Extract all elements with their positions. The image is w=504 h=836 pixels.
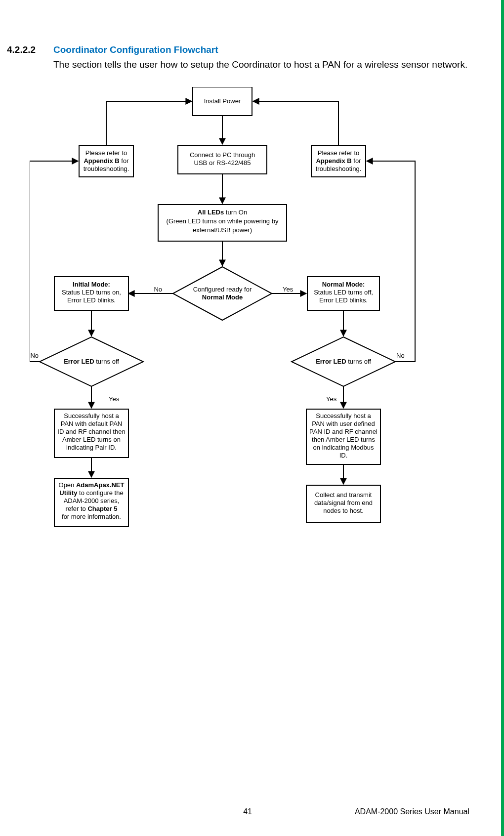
svg-text:refer to Chapter 5: refer to Chapter 5 (66, 505, 118, 512)
svg-text:All LEDs turn On: All LEDs turn On (198, 209, 247, 216)
edge-label-yes-right: Yes (326, 395, 337, 403)
text-install-power: Install Power (204, 97, 241, 105)
flowchart: Install Power Connect to PC through USB … (30, 87, 474, 623)
edge-label-no-left: No (30, 352, 39, 359)
svg-text:(Green LED turns on while powe: (Green LED turns on while powering by (167, 217, 279, 225)
svg-text:troubleshooting.: troubleshooting. (84, 165, 129, 172)
svg-text:Error LED blinks.: Error LED blinks. (319, 296, 368, 304)
svg-text:Utility to configure the: Utility to configure the (59, 489, 123, 497)
svg-text:Normal Mode: Normal Mode (202, 293, 243, 301)
edge-label-no-right: No (396, 352, 405, 359)
svg-text:Configured ready for: Configured ready for (193, 286, 252, 293)
svg-text:then Amber LED turns: then Amber LED turns (312, 436, 375, 443)
svg-text:Normal Mode:: Normal Mode: (322, 281, 365, 288)
svg-text:troubleshooting.: troubleshooting. (316, 165, 362, 172)
svg-text:Connect to PC through: Connect to PC through (190, 151, 255, 159)
svg-text:data/signal from end: data/signal from end (314, 499, 373, 506)
svg-text:Error LED turns off: Error LED turns off (64, 358, 119, 365)
svg-text:Error LED turns off: Error LED turns off (316, 358, 371, 365)
doc-title: ADAM-2000 Series User Manual (355, 807, 469, 816)
svg-text:Open AdamApax.NET: Open AdamApax.NET (59, 481, 125, 489)
page-number: 41 (0, 807, 252, 816)
section-description: The section tells the user how to setup … (53, 58, 468, 71)
section-title: Coordinator Configuration Flowchart (53, 44, 218, 55)
svg-text:USB or RS-422/485: USB or RS-422/485 (194, 159, 251, 167)
page: 4.2.2.2 Coordinator Configuration Flowch… (0, 0, 504, 836)
svg-text:Initial Mode:: Initial Mode: (73, 281, 110, 288)
svg-text:Successfully host a: Successfully host a (64, 412, 119, 419)
svg-text:for more information.: for more information. (62, 513, 121, 520)
svg-text:nodes to host.: nodes to host. (323, 507, 364, 514)
svg-text:Amber LED turns on: Amber LED turns on (62, 436, 121, 443)
svg-text:PAN with default PAN: PAN with default PAN (61, 420, 123, 427)
svg-text:Error LED blinks.: Error LED blinks. (67, 296, 116, 304)
edge-label-yes: Yes (283, 286, 294, 293)
svg-text:ID.: ID. (339, 452, 348, 459)
page-edge-accent (501, 0, 504, 836)
svg-text:on indicating Modbus: on indicating Modbus (313, 444, 374, 451)
svg-text:Collect and transmit: Collect and transmit (315, 491, 372, 499)
svg-text:ADAM-2000 series,: ADAM-2000 series, (64, 497, 120, 504)
svg-text:Please refer to: Please refer to (318, 149, 360, 157)
svg-text:Please refer to: Please refer to (85, 149, 127, 157)
svg-text:Appendix B for: Appendix B for (316, 157, 361, 165)
svg-text:indicating Pair ID.: indicating Pair ID. (66, 444, 117, 451)
section-number: 4.2.2.2 (7, 44, 36, 55)
svg-text:PAN ID and RF channel: PAN ID and RF channel (309, 428, 378, 435)
svg-text:Successfully host a: Successfully host a (316, 412, 371, 419)
svg-text:ID and RF channel then: ID and RF channel then (57, 428, 125, 435)
svg-text:Status LED turns off,: Status LED turns off, (314, 289, 373, 296)
edge-label-no: No (154, 286, 162, 293)
svg-text:Appendix B for: Appendix B for (84, 157, 129, 165)
svg-text:Status LED turns on,: Status LED turns on, (62, 289, 121, 296)
edge-label-yes-left: Yes (109, 395, 120, 403)
svg-text:PAN with user defined: PAN with user defined (312, 420, 375, 427)
svg-text:external/USB power): external/USB power) (193, 226, 252, 234)
